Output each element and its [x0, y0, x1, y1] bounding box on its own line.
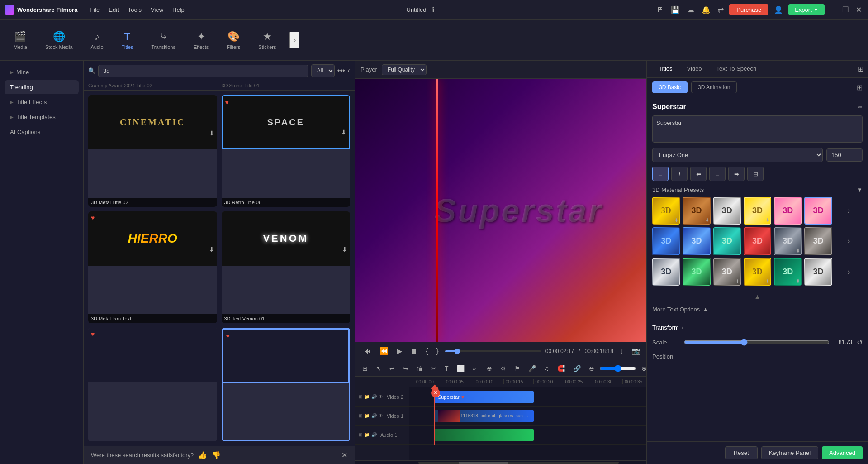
preset-gold[interactable]: 3D⬇ — [652, 197, 680, 225]
audio1-content[interactable] — [409, 428, 646, 442]
presets-scroll-right[interactable]: › — [835, 197, 863, 225]
tab-text-to-speech[interactable]: Text To Speech — [709, 61, 764, 77]
monitor-icon[interactable]: 🖥 — [655, 4, 665, 16]
timeline-snap-button[interactable]: ⊕ — [484, 364, 495, 373]
presets-scroll-right3[interactable]: › — [835, 258, 863, 286]
tool-transitions[interactable]: ⤷ Transitions — [147, 28, 180, 53]
maximize-icon[interactable]: ❐ — [840, 4, 850, 16]
advanced-button[interactable]: Advanced — [822, 446, 863, 459]
more-text-options-button[interactable]: More Text Options ▲ — [652, 302, 863, 316]
search-more-button[interactable]: ••• — [337, 67, 345, 75]
timeline-settings-button[interactable]: ⚙ — [498, 364, 509, 373]
nav-mine[interactable]: ▶ Mine — [5, 65, 79, 79]
nav-ai-captions[interactable]: AI Captions — [5, 125, 79, 139]
format-italic-button[interactable]: I — [671, 167, 688, 181]
timeline-music-button[interactable]: ♫ — [541, 364, 552, 373]
step-back-button[interactable]: ⏪ — [378, 345, 390, 357]
preset-pink-selected[interactable]: 3D — [804, 197, 832, 225]
reset-button[interactable]: Reset — [725, 446, 758, 459]
align-left-button[interactable]: ⬅ — [690, 167, 707, 181]
timeline-zoom-out-button[interactable]: ⊖ — [586, 364, 597, 373]
timeline-zoom-in-button[interactable]: ⊕ — [639, 364, 646, 373]
right-subtab-icon-button[interactable]: ⊞ — [857, 81, 863, 93]
share-icon[interactable]: ⇄ — [716, 4, 726, 16]
result-venom[interactable]: VENOM ⬇ 3D Text Vemon 01 — [222, 211, 351, 323]
timeline-select-button[interactable]: ↖ — [373, 364, 384, 373]
presets-expand-arrow[interactable]: ▲ — [754, 293, 761, 300]
format-list-button[interactable]: ≡ — [652, 167, 669, 181]
tab-video[interactable]: Video — [680, 61, 709, 77]
timeline-more-button[interactable]: » — [470, 364, 479, 373]
preset-red[interactable]: 3D — [744, 227, 771, 255]
preset-stone2[interactable]: 3D⬇ — [713, 258, 741, 286]
menu-tools[interactable]: Tools — [124, 5, 145, 15]
preset-chrome[interactable]: 3D — [713, 197, 741, 225]
collapse-left-button[interactable]: ‹ — [348, 67, 350, 75]
superstar-clip[interactable]: Superstar ♥ — [434, 391, 534, 403]
export-button[interactable]: Export ▼ — [788, 4, 824, 15]
timeline-link-button[interactable]: 🔗 — [570, 364, 583, 373]
progress-bar[interactable] — [445, 350, 541, 352]
preset-green[interactable]: 3D — [683, 258, 710, 286]
align-right-button[interactable]: ➡ — [728, 167, 745, 181]
scale-reset-button[interactable]: ↺ — [857, 338, 863, 347]
tool-stickers[interactable]: ★ Stickers — [254, 28, 280, 53]
search-input[interactable] — [98, 65, 308, 77]
title-info-icon[interactable]: ℹ — [430, 4, 436, 16]
timeline-delete-button[interactable]: 🗑 — [414, 364, 426, 373]
edit-title-button[interactable]: ✏ — [858, 104, 863, 110]
purchase-button[interactable]: Purchase — [729, 4, 768, 15]
minimize-icon[interactable]: ─ — [828, 4, 837, 16]
transform-section[interactable]: Transform › — [652, 320, 863, 335]
snapshot-button[interactable]: 📷 — [630, 345, 642, 357]
tool-titles[interactable]: T Titles — [117, 28, 138, 53]
justify-button[interactable]: ⊟ — [747, 167, 764, 181]
nav-title-effects[interactable]: ▶ Title Effects — [5, 95, 79, 109]
menu-help[interactable]: Help — [169, 5, 188, 15]
preset-rusty[interactable]: 3D⬇ — [683, 197, 710, 225]
video-clip[interactable]: 1115318_colorful_glasses_sun_import6279f… — [434, 410, 534, 422]
quality-select[interactable]: Full Quality — [382, 64, 427, 75]
presets-scroll-right2[interactable]: › — [835, 227, 863, 255]
feedback-close-button[interactable]: ✕ — [342, 451, 347, 459]
mark-in-button[interactable]: { — [424, 345, 430, 357]
result-r2[interactable]: ♥ — [222, 328, 351, 441]
filter-select[interactable]: All — [311, 64, 335, 77]
timeline-mic-button[interactable]: 🎤 — [526, 364, 539, 373]
preset-teal[interactable]: 3D — [713, 227, 741, 255]
tool-stock-media[interactable]: 🌐 Stock Media — [41, 28, 77, 53]
subtab-3d-animation[interactable]: 3D Animation — [691, 81, 737, 93]
timeline-scrollbar[interactable] — [459, 462, 509, 464]
preset-gray[interactable]: 3D⬇ — [774, 227, 802, 255]
presets-expand-button[interactable]: ▼ — [857, 187, 863, 193]
track2-content[interactable]: Superstar ♥ — [409, 390, 646, 404]
font-select[interactable]: Fugaz One — [652, 148, 823, 162]
play-button[interactable]: ▶ — [395, 345, 404, 357]
result-space[interactable]: SPACE ♥ ⬇ 3D Retro Title 06 — [222, 95, 351, 207]
timeline-magnet-button[interactable]: 🧲 — [555, 364, 568, 373]
scale-slider[interactable] — [684, 339, 830, 346]
profile-icon[interactable]: 👤 — [772, 4, 785, 16]
track1-content[interactable]: 1115318_colorful_glasses_sun_import6279f… — [409, 409, 646, 423]
font-size-input[interactable] — [826, 148, 863, 162]
preset-silver[interactable]: 3D — [652, 258, 680, 286]
timeline-zoom-slider[interactable] — [600, 365, 636, 372]
preset-chrome2[interactable]: 3D — [804, 258, 832, 286]
keyframe-panel-button[interactable]: Keyframe Panel — [761, 446, 819, 459]
cloud-icon[interactable]: ☁ — [685, 4, 696, 16]
preset-pink[interactable]: 3D — [774, 197, 802, 225]
align-center-button[interactable]: ≡ — [709, 167, 726, 181]
tool-audio[interactable]: ♪ Audio — [86, 28, 108, 53]
text-input-area[interactable]: Superstar — [652, 115, 863, 143]
result-r1[interactable]: ♥ — [88, 328, 217, 441]
close-icon[interactable]: ✕ — [854, 4, 863, 16]
feedback-thumbup-icon[interactable]: 👍 — [198, 451, 207, 459]
tool-media[interactable]: 🎬 Media — [9, 28, 32, 53]
timeline-text-button[interactable]: T — [442, 364, 451, 373]
preset-yellow[interactable]: 3D⬇ — [744, 197, 771, 225]
preset-gold2[interactable]: 3D⬇ — [744, 258, 771, 286]
tool-filters[interactable]: 🎨 Filters — [222, 28, 245, 53]
subtab-3d-basic[interactable]: 3D Basic — [652, 81, 688, 93]
right-panel-icon-button[interactable]: ⊞ — [858, 61, 863, 77]
tab-titles[interactable]: Titles — [651, 61, 680, 77]
